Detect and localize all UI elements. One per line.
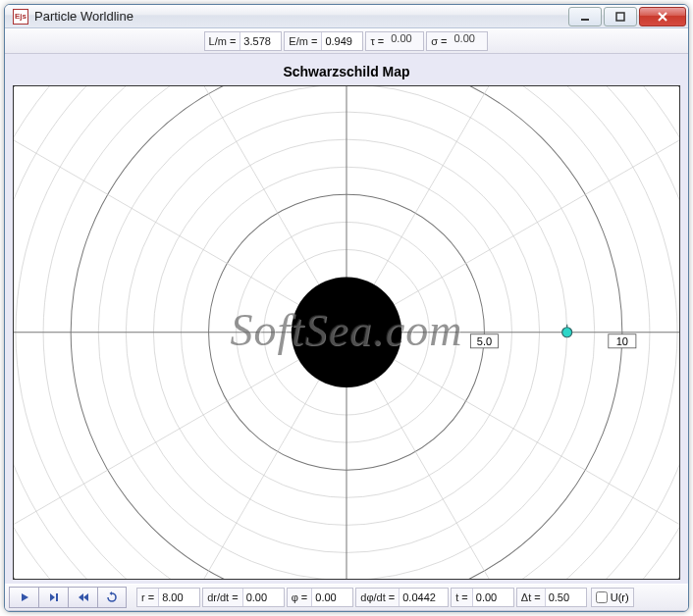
svg-point-38 [562,328,572,337]
svg-marker-43 [83,593,88,601]
svg-rect-41 [56,593,58,601]
reset-button[interactable] [97,587,127,608]
window-title: Particle Worldline [34,9,566,24]
svg-line-25 [14,86,346,333]
t-label: t = [452,591,472,603]
tau-value: 0.00 [388,32,423,50]
param-E: E/m = [284,31,363,51]
svg-rect-0 [581,19,589,21]
canvas-area: Schwarzschild Map 5.010 SoftSea.com [5,54,688,584]
dt-label: Δt = [517,591,545,603]
phi-label: φ = [288,591,312,603]
param-sigma: σ = 0.00 [426,31,487,51]
dphidt-label: dφ/dt = [356,591,399,603]
r-input[interactable] [158,589,199,606]
L-label: L/m = [205,35,240,47]
map-title: Schwarzschild Map [13,60,680,85]
dphidt-input[interactable] [399,589,448,606]
dt-input[interactable] [545,589,586,606]
svg-marker-42 [79,593,83,601]
top-toolbar: L/m = E/m = τ = 0.00 σ = 0.00 [5,28,688,54]
ur-checkbox[interactable] [596,591,608,603]
E-input[interactable] [321,32,362,50]
svg-marker-40 [50,593,55,601]
sigma-value: 0.00 [452,32,487,50]
drdt-label: dr/dt = [203,591,242,603]
sigma-label: σ = [427,35,451,47]
bottom-toolbar: r = dr/dt = φ = dφ/dt = t = Δt = U(r) [5,584,688,611]
drdt-input[interactable] [242,589,284,606]
param-drdt: dr/dt = [202,588,285,607]
schwarzschild-plot[interactable]: 5.010 SoftSea.com [13,85,680,580]
r-label: r = [137,591,158,603]
svg-point-32 [292,278,401,387]
svg-text:10: 10 [616,335,628,347]
play-controls [9,587,127,608]
titlebar: Ejs Particle Worldline [5,5,688,28]
app-icon: Ejs [13,9,28,25]
param-dphidt: dφ/dt = [355,588,449,607]
window-controls [566,7,686,26]
svg-line-21 [346,86,679,333]
param-L: L/m = [204,31,283,51]
app-window: Ejs Particle Worldline L/m = E/m = τ = [4,4,689,612]
ur-checkbox-group[interactable]: U(r) [591,588,634,607]
svg-marker-44 [110,591,113,595]
svg-line-31 [346,333,679,579]
tau-label: τ = [366,35,388,47]
svg-text:5.0: 5.0 [477,335,492,347]
minimize-button[interactable] [568,7,602,26]
svg-rect-1 [616,13,624,21]
rewind-button[interactable] [68,587,97,608]
param-tau: τ = 0.00 [365,31,424,51]
param-phi: φ = [287,588,354,607]
play-button[interactable] [9,587,38,608]
ur-label: U(r) [611,591,629,603]
phi-input[interactable] [311,589,352,606]
L-input[interactable] [240,32,281,50]
svg-line-27 [14,333,346,579]
step-button[interactable] [38,587,68,608]
param-dt: Δt = [516,588,587,607]
t-input[interactable] [472,589,513,606]
close-button[interactable] [639,7,686,26]
maximize-button[interactable] [604,7,637,26]
param-t: t = [451,588,514,607]
E-label: E/m = [285,35,321,47]
param-r: r = [136,588,200,607]
svg-marker-39 [22,593,28,601]
